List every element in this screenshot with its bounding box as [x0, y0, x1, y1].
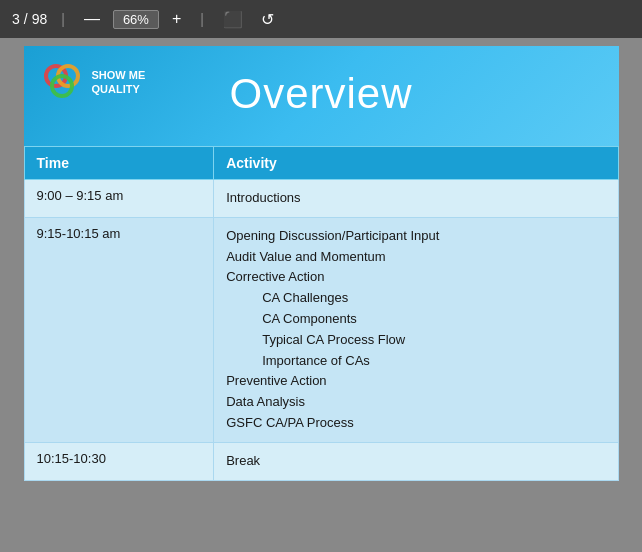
table-row: 10:15-10:30Break [24, 442, 618, 480]
activity-item: Opening Discussion/Participant Input [226, 226, 605, 247]
slide-header: Show Me Quality Overview [24, 46, 619, 146]
logo-line1: Show Me [92, 68, 146, 82]
activity-item: Introductions [226, 188, 605, 209]
activity-item: Audit Value and Momentum [226, 247, 605, 268]
total-pages: 98 [32, 11, 48, 27]
sub-activity-item: CA Challenges [226, 288, 605, 309]
logo-line2: Quality [92, 82, 146, 96]
zoom-increase-button[interactable]: + [167, 8, 186, 30]
reset-button[interactable]: ↺ [256, 8, 279, 31]
schedule-table: Time Activity 9:00 – 9:15 amIntroduction… [24, 146, 619, 481]
divider-1: | [61, 11, 65, 27]
pdf-slide: Show Me Quality Overview Time Activity 9… [24, 46, 619, 481]
table-row: 9:15-10:15 amOpening Discussion/Particip… [24, 217, 618, 442]
divider-2: | [200, 11, 204, 27]
pdf-toolbar: 3 / 98 | — + | ⬛ ↺ [0, 0, 642, 38]
time-cell: 10:15-10:30 [24, 442, 214, 480]
activity-item: GSFC CA/PA Process [226, 413, 605, 434]
activity-item: Data Analysis [226, 392, 605, 413]
col-activity: Activity [214, 147, 618, 180]
sub-activity-item: CA Components [226, 309, 605, 330]
pdf-content-area[interactable]: Show Me Quality Overview Time Activity 9… [0, 38, 642, 552]
col-time: Time [24, 147, 214, 180]
current-page: 3 [12, 11, 20, 27]
logo-text: Show Me Quality [92, 68, 146, 97]
zoom-decrease-button[interactable]: — [79, 8, 105, 30]
table-header-row: Time Activity [24, 147, 618, 180]
activity-cell: Opening Discussion/Participant InputAudi… [214, 217, 618, 442]
activity-item: Break [226, 451, 605, 472]
logo-area: Show Me Quality [40, 60, 146, 104]
sub-activity-item: Importance of CAs [226, 351, 605, 372]
table-row: 9:00 – 9:15 amIntroductions [24, 180, 618, 218]
fit-page-button[interactable]: ⬛ [218, 8, 248, 31]
page-navigation: 3 / 98 [12, 11, 47, 27]
logo-icon [40, 60, 84, 104]
activity-item: Preventive Action [226, 371, 605, 392]
time-cell: 9:15-10:15 am [24, 217, 214, 442]
sub-activity-item: Typical CA Process Flow [226, 330, 605, 351]
time-cell: 9:00 – 9:15 am [24, 180, 214, 218]
activity-cell: Introductions [214, 180, 618, 218]
activity-cell: Break [214, 442, 618, 480]
activity-item: Corrective Action [226, 267, 605, 288]
zoom-input[interactable] [113, 10, 159, 29]
page-separator: / [24, 11, 28, 27]
